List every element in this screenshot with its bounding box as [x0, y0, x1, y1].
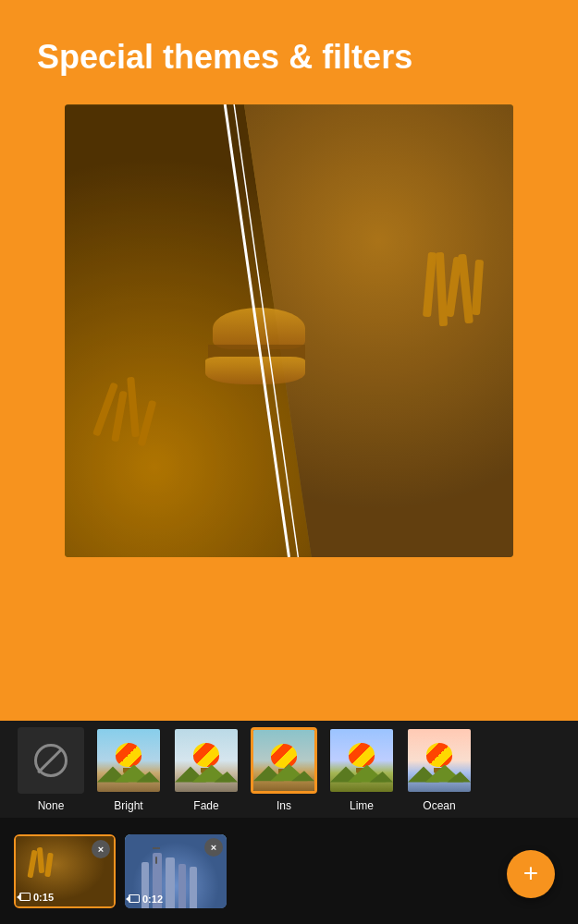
clip-1-remove-button[interactable]: × [92, 840, 110, 858]
filter-none[interactable]: None [14, 727, 88, 812]
spire-5 [190, 867, 197, 908]
clip-2-video-icon [129, 894, 140, 903]
main-preview [65, 104, 513, 557]
filter-ins[interactable]: Ins [247, 727, 321, 812]
filter-lime[interactable]: Lime [325, 727, 399, 812]
mountains-ins [253, 763, 314, 782]
filter-ins-thumbnail [251, 727, 317, 794]
filter-bright-label: Bright [114, 799, 142, 812]
svg-line-0 [225, 104, 289, 557]
clip-2-duration-text: 0:12 [142, 894, 163, 905]
filter-fade-thumb [175, 729, 238, 792]
cross-1 [155, 857, 157, 864]
spire-4 [178, 864, 186, 908]
svg-line-1 [234, 104, 298, 557]
filter-bright-thumbnail [95, 727, 162, 794]
clip-1[interactable]: × 0:15 [14, 834, 116, 908]
filter-none-label: None [38, 799, 65, 812]
filter-ins-thumb [253, 730, 314, 791]
clip-2[interactable]: × 0:12 [125, 834, 227, 908]
filter-strip: None Bright [0, 721, 578, 818]
filter-fade-thumbnail [173, 727, 240, 794]
mountains-lime [330, 764, 393, 783]
mountains-fade [175, 764, 238, 783]
no-filter-icon [34, 744, 68, 777]
page-title: Special themes & filters [37, 37, 541, 77]
filter-ocean-label: Ocean [423, 799, 455, 812]
cross-1h [153, 847, 160, 849]
filter-bright-thumb [97, 729, 160, 792]
food-image [65, 104, 513, 557]
filter-lime-thumb [330, 729, 393, 792]
filter-ins-label: Ins [277, 799, 291, 812]
filter-ocean-thumbnail [406, 727, 473, 794]
clip-1-video-icon [19, 893, 31, 901]
add-icon: + [523, 860, 538, 886]
add-clip-button[interactable]: + [507, 850, 555, 898]
filter-ocean[interactable]: Ocean [402, 727, 476, 812]
filter-bright[interactable]: Bright [92, 727, 166, 812]
split-lines [65, 104, 513, 557]
filter-lime-label: Lime [350, 799, 374, 812]
header: Special themes & filters [0, 0, 578, 95]
clip-1-duration: 0:15 [19, 892, 54, 903]
mountains-ocean [408, 764, 471, 783]
filter-ocean-thumb [408, 729, 471, 792]
spire-3 [166, 857, 175, 908]
mountains-bright [97, 764, 160, 783]
filter-none-thumbnail [18, 727, 84, 794]
timeline-strip: × 0:15 × 0:12 [0, 818, 578, 924]
clip-1-duration-text: 0:15 [33, 892, 54, 903]
filter-fade[interactable]: Fade [169, 727, 243, 812]
bottom-panel: None Bright [0, 721, 578, 924]
clip-2-remove-button[interactable]: × [204, 838, 223, 857]
clip-2-duration: 0:12 [129, 894, 163, 905]
filter-lime-thumbnail [328, 727, 395, 794]
filter-fade-label: Fade [193, 799, 218, 812]
